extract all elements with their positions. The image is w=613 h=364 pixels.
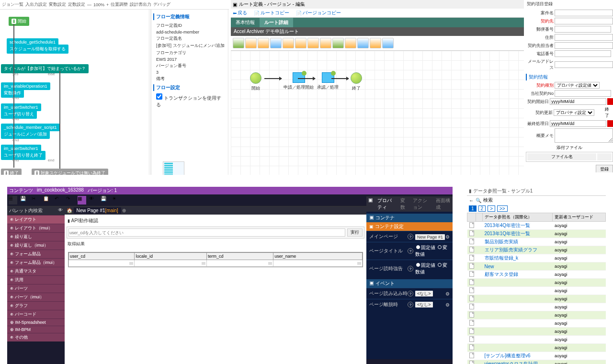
sun-icon[interactable]: ☀ — [112, 196, 121, 205]
palette-item[interactable]: 汎用 — [7, 275, 65, 284]
flow-node[interactable]: ジュールにメンバ追加 — [1, 130, 50, 139]
page-button[interactable]: > — [488, 205, 495, 212]
minimap[interactable] — [163, 161, 184, 175]
palette-item[interactable]: パーツ（imui） — [7, 293, 65, 301]
table-row[interactable]: 製品別販売実績aoyagi — [467, 238, 606, 246]
route-node[interactable]: 承認／処理 — [317, 72, 339, 91]
help-icon[interactable]: ? — [408, 291, 413, 296]
transaction-checkbox[interactable] — [156, 93, 162, 100]
flow-node[interactable]: ⬇終了 — [1, 169, 22, 175]
palette-item[interactable]: その他 — [7, 333, 65, 341]
home-icon[interactable]: 🏠 — [67, 208, 72, 213]
page-button[interactable]: >> — [497, 205, 508, 212]
table-row[interactable]: aoyagi — [467, 295, 606, 303]
transaction-checkbox-row[interactable]: トランザクションを使用する — [153, 93, 226, 109]
palette-item[interactable]: レイアウト — [7, 215, 65, 224]
table-row[interactable]: aoyagi — [467, 328, 606, 336]
palette-item[interactable]: フォーム部品 — [7, 250, 65, 258]
tab-action[interactable]: アクション — [413, 197, 431, 211]
tab-basic-info[interactable]: 基本情報 — [231, 18, 260, 27]
flow-node[interactable]: ⬇対象スケジュールでは無い為終了 — [32, 169, 108, 175]
register-button[interactable]: 登録 — [596, 165, 613, 172]
input-memo[interactable] — [555, 128, 613, 143]
toolbar-item[interactable]: 定数設定 — [68, 1, 85, 8]
route-tool-icon[interactable] — [233, 38, 244, 48]
search-icon[interactable]: 🔍 — [476, 198, 481, 203]
gear-icon[interactable]: ⚙ — [445, 302, 450, 307]
help-icon[interactable]: ? — [408, 266, 413, 272]
route-copy-button[interactable]: 📄 ルートコピー — [254, 10, 289, 16]
eye-icon[interactable]: 👁 — [58, 207, 63, 214]
table-row[interactable]: 2013年1Q年密注一覧aoyagi — [467, 230, 606, 238]
gear-icon[interactable]: ⚙ — [445, 291, 450, 296]
palette-item[interactable]: 繰り返し — [7, 232, 65, 241]
tab-layout[interactable]: 画面構成 — [436, 197, 451, 211]
palette-item[interactable]: フォーム部品（imui） — [7, 258, 65, 267]
radio-fixed[interactable] — [416, 245, 420, 249]
route-flow-canvas[interactable]: 開始申請／処理開始承認／処理終了 — [231, 51, 524, 175]
select-update[interactable]: プロパティ設定 — [554, 109, 594, 116]
preview-icon[interactable]: 👁 — [89, 196, 98, 205]
toolbar-item[interactable]: 入出力設定 — [25, 1, 47, 8]
route-tool-icon[interactable] — [307, 38, 319, 48]
toolbar-item[interactable]: デバッグ — [153, 1, 170, 8]
route-node[interactable]: 申請／処理開始 — [284, 72, 314, 91]
table-row[interactable]: aoyagi — [467, 336, 606, 344]
table-row[interactable]: aoyagi — [467, 287, 606, 295]
table-row[interactable]: Newaoyagi — [467, 262, 606, 271]
gear-icon[interactable]: ⚙ — [445, 234, 450, 239]
flow-node[interactable]: ⬇開始 — [9, 17, 29, 26]
add-tab-icon[interactable]: ⊕ — [122, 208, 126, 213]
route-tool-icon[interactable] — [258, 38, 269, 48]
input-last-date[interactable] — [550, 120, 606, 127]
menu-icon[interactable]: ☰ — [9, 196, 17, 205]
tab-route-detail[interactable]: ルート詳細 — [260, 18, 293, 27]
save-icon[interactable]: 💾 — [20, 196, 29, 205]
palette-item[interactable]: IM-BPM — [7, 326, 65, 333]
table-row[interactable]: viewcreatorクロス集計用aoyagi — [467, 360, 606, 364]
toolbar-item[interactable]: 100% — [93, 2, 104, 7]
tab-variable[interactable]: 変数 — [400, 197, 408, 211]
route-tool-icon[interactable] — [320, 38, 331, 48]
route-tool-icon[interactable] — [382, 38, 394, 48]
undo-icon[interactable]: ↶ — [55, 196, 63, 205]
route-tool-icon[interactable] — [283, 38, 294, 48]
input-contact[interactable] — [555, 42, 613, 49]
toolbar-item[interactable]: 設計書出力 — [130, 1, 151, 8]
table-row[interactable]: aoyagi — [467, 303, 606, 311]
user-cd-input[interactable] — [68, 228, 345, 237]
palette-item[interactable]: レイアウト（imui） — [7, 224, 65, 232]
input-email[interactable] — [555, 61, 613, 68]
palette-item[interactable]: パーツ — [7, 284, 65, 293]
palette-item[interactable]: バーコード — [7, 310, 65, 318]
execute-button[interactable]: 実行 — [347, 228, 363, 237]
radio-var[interactable] — [438, 263, 442, 267]
radio-fixed[interactable] — [416, 263, 420, 267]
page-button[interactable]: 2 — [478, 205, 486, 212]
table-row[interactable]: aoyagi — [467, 311, 606, 319]
table-row[interactable]: aoyagi — [467, 319, 606, 328]
table-row[interactable]: 2013年4Q年密注一覧aoyagi — [467, 222, 606, 230]
route-node[interactable]: 終了 — [351, 72, 362, 91]
copy-icon[interactable]: 📋 — [43, 196, 52, 205]
input-contractor[interactable] — [555, 18, 613, 24]
table-row[interactable]: [サンプル]構造整理v6aoyagi — [467, 352, 606, 360]
select-contract-type[interactable]: プロパティ設定値 — [555, 82, 600, 89]
calendar-icon[interactable] — [607, 98, 613, 105]
page-button[interactable]: 1 — [469, 205, 477, 212]
palette-item[interactable]: 繰り返し（imui） — [7, 241, 65, 250]
input-own-no[interactable] — [555, 90, 611, 97]
toolbar-item[interactable]: — — [87, 2, 91, 7]
input-address[interactable] — [555, 34, 613, 41]
route-tool-icon[interactable] — [245, 38, 257, 48]
page-tab[interactable]: New Page #1[main] — [74, 207, 121, 214]
input-name[interactable] — [555, 10, 613, 16]
back-button[interactable]: ⬅ 戻る — [233, 10, 247, 16]
route-tool-icon[interactable] — [370, 38, 381, 48]
help-icon[interactable]: ? — [408, 302, 413, 307]
palette-item[interactable]: グラフ — [7, 301, 65, 310]
help-icon[interactable]: ? — [408, 234, 413, 239]
back-icon[interactable]: ← — [469, 198, 474, 203]
table-row[interactable]: 顧客マスタ登録aoyagi — [467, 271, 606, 279]
cut-icon[interactable]: ✂ — [32, 196, 40, 205]
